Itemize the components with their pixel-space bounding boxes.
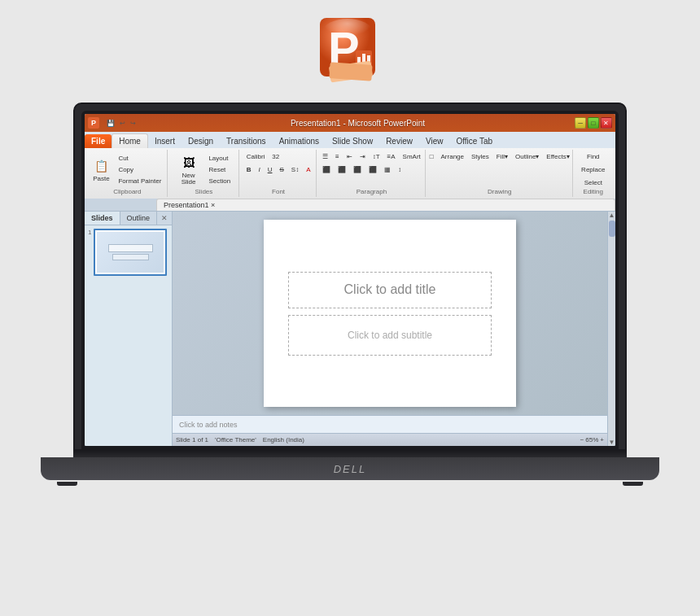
align-center[interactable]: ⬛ (335, 164, 349, 175)
ribbon-group-clipboard: 📋 Paste Cut Copy Format Painter (88, 150, 168, 197)
tab-insert[interactable]: Insert (148, 134, 182, 148)
format-painter-button[interactable]: Format Painter (115, 176, 164, 186)
qa-save[interactable]: 💾 (105, 119, 116, 128)
ribbon-tabs: File Home Insert Design Transitions Anim… (85, 132, 615, 148)
qa-undo[interactable]: ↩ (118, 119, 127, 128)
editing-buttons: Find Replace Select (578, 151, 608, 188)
ppt-window: P 💾 ↩ ↪ Presentation1 - Microsoft PowerP… (85, 114, 615, 446)
font-label: Font (272, 188, 285, 195)
layout-button[interactable]: Layout (205, 153, 234, 164)
tab-animations[interactable]: Animations (273, 134, 326, 148)
slide-thumb-1[interactable] (94, 229, 167, 276)
thumb-sub-line (112, 254, 149, 260)
vertical-scrollbar[interactable]: ▲ ▼ (607, 212, 615, 446)
title-bar-controls: ─ □ ✕ (575, 117, 612, 129)
copy-button[interactable]: Copy (115, 164, 164, 175)
notes-area[interactable]: Click to add notes (173, 415, 607, 433)
columns[interactable]: ▦ (381, 164, 394, 175)
cut-button[interactable]: Cut (115, 153, 164, 164)
numbering-button[interactable]: ≡ (332, 151, 343, 162)
tab-transitions[interactable]: Transitions (220, 134, 273, 148)
slides-panel-tabs: Slides Outline ✕ (85, 212, 172, 225)
slide-subtitle-placeholder[interactable]: Click to add subtitle (288, 315, 492, 356)
paste-button[interactable]: 📋 Paste (90, 155, 112, 184)
minimize-button[interactable]: ─ (575, 117, 586, 129)
slides-panel: Slides Outline ✕ 1 (85, 212, 173, 446)
slide-title-placeholder[interactable]: Click to add title (288, 272, 492, 308)
font-color-button[interactable]: A (303, 164, 313, 175)
slides-label: Slides (195, 188, 212, 195)
slides-tab[interactable]: Slides (85, 212, 120, 225)
zoom-out-button[interactable]: − (580, 436, 584, 443)
presentation-tab[interactable]: Presentation1 × (156, 199, 615, 211)
presentation-tab-bar: Presentation1 × (85, 199, 615, 212)
laptop-screen-outer: P 💾 ↩ ↪ Presentation1 - Microsoft PowerP… (73, 103, 627, 451)
tab-design[interactable]: Design (182, 134, 220, 148)
laptop-foot-right (623, 482, 643, 486)
tab-slideshow[interactable]: Slide Show (326, 134, 379, 148)
ppt-main-area: Slides Outline ✕ 1 (85, 212, 615, 446)
reset-button[interactable]: Reset (205, 164, 234, 175)
section-button[interactable]: Section (205, 176, 234, 186)
increase-indent[interactable]: ⇥ (357, 151, 369, 162)
text-shadow-button[interactable]: S↕ (288, 164, 302, 175)
underline-button[interactable]: U (265, 164, 276, 175)
align-text[interactable]: ≡A (384, 151, 399, 162)
font-format-row: B I U S S↕ A (243, 164, 314, 175)
scroll-down-arrow[interactable]: ▼ (609, 439, 615, 446)
tab-review[interactable]: Review (379, 134, 419, 148)
close-button[interactable]: ✕ (601, 117, 612, 129)
zoom-in-button[interactable]: + (600, 436, 604, 443)
text-direction[interactable]: ↕T (370, 151, 383, 162)
shape-fill[interactable]: Fill▾ (493, 151, 511, 162)
shapes-button[interactable]: □ (427, 151, 437, 162)
justify[interactable]: ⬛ (365, 164, 380, 175)
align-right[interactable]: ⬛ (350, 164, 365, 175)
shape-outline[interactable]: Outline▾ (512, 151, 542, 162)
scroll-up-arrow[interactable]: ▲ (609, 212, 615, 219)
tab-home[interactable]: Home (112, 133, 148, 148)
qa-redo[interactable]: ↪ (129, 119, 138, 128)
outline-tab[interactable]: Outline (120, 212, 158, 225)
quick-access-toolbar: 💾 ↩ ↪ (102, 119, 141, 128)
shape-effects[interactable]: Effects▾ (543, 151, 572, 162)
decrease-indent[interactable]: ⇤ (343, 151, 356, 162)
align-left[interactable]: ⬛ (319, 164, 334, 175)
ribbon-group-paragraph: ☰ ≡ ⇤ ⇥ ↕T ≡A SmArt ⬛ (318, 150, 426, 197)
smartart-button[interactable]: SmArt (400, 151, 424, 162)
drawing-label: Drawing (488, 188, 511, 195)
laptop-bottom: DELL (41, 457, 659, 480)
slide-canvas[interactable]: Click to add title Click to add subtitle (264, 220, 516, 407)
quick-styles[interactable]: Styles (468, 151, 492, 162)
font-name-dropdown[interactable]: Calibri (243, 151, 269, 162)
tab-file[interactable]: File (85, 134, 112, 148)
app-icon: P (313, 15, 387, 88)
tab-view[interactable]: View (419, 134, 450, 148)
status-right: − 65% + (580, 436, 604, 443)
laptop-hinge (73, 451, 627, 457)
find-button[interactable]: Find (584, 151, 603, 162)
maximize-button[interactable]: □ (588, 117, 599, 129)
new-slide-icon: 🖼 (180, 154, 198, 172)
font-size-dropdown[interactable]: 32 (269, 151, 282, 162)
tab-officetab[interactable]: Office Tab (449, 134, 499, 148)
strikethrough-button[interactable]: S (276, 164, 287, 175)
bold-button[interactable]: B (243, 164, 255, 175)
slides-buttons: 🖼 New Slide Layout Reset Section (174, 151, 234, 188)
select-button[interactable]: Select (581, 177, 606, 188)
bullets-button[interactable]: ☰ (319, 151, 331, 162)
ribbon-group-editing: Find Replace Select Editing (575, 150, 612, 197)
paste-icon: 📋 (92, 157, 110, 175)
line-spacing[interactable]: ↕ (395, 164, 405, 175)
slide-info: Slide 1 of 1 (176, 436, 208, 443)
new-slide-button[interactable]: 🖼 New Slide (174, 152, 203, 187)
slide-thumb-inner-1 (97, 232, 164, 273)
italic-button[interactable]: I (255, 164, 263, 175)
scroll-thumb[interactable] (609, 221, 615, 237)
slide-1-row: 1 (88, 229, 168, 276)
slides-panel-close[interactable]: ✕ (157, 212, 172, 225)
paragraph-buttons: ☰ ≡ ⇤ ⇥ ↕T ≡A SmArt ⬛ (319, 151, 424, 188)
paragraph-label: Paragraph (357, 188, 387, 195)
replace-button[interactable]: Replace (578, 164, 608, 175)
arrange-button[interactable]: Arrange (438, 151, 467, 162)
